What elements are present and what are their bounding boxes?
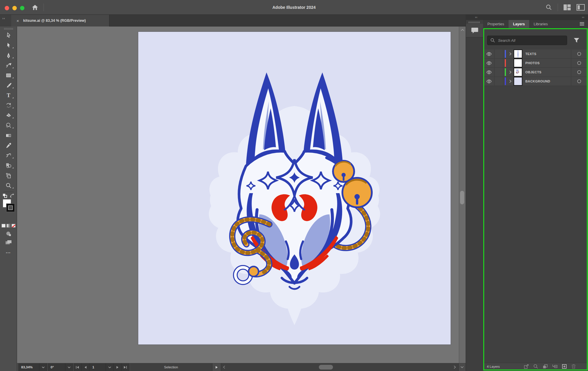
tab-libraries[interactable]: Libraries [529, 20, 552, 28]
toolbar-expand-strip[interactable]: ›› [0, 15, 11, 26]
artboard[interactable] [138, 32, 451, 344]
search-icon[interactable] [545, 4, 552, 11]
lock-toggle[interactable] [494, 77, 503, 86]
visibility-toggle[interactable] [484, 68, 494, 77]
comments-panel-button[interactable] [466, 24, 483, 37]
document-tab[interactable]: × kitsune.ai @ 83,34 % (RGB/Preview) [11, 15, 109, 26]
eye-icon [486, 80, 492, 83]
next-artboard-button[interactable] [114, 363, 121, 371]
none-fill-button[interactable] [11, 224, 16, 228]
visibility-toggle[interactable] [484, 77, 494, 86]
artboard-tool[interactable] [0, 170, 17, 180]
layer-name[interactable]: OBJECTS [525, 70, 542, 74]
curvature-tool[interactable] [0, 60, 17, 70]
rotation-dropdown[interactable] [65, 363, 73, 371]
layer-thumbnail[interactable] [514, 59, 522, 67]
pen-tool[interactable] [0, 50, 17, 60]
layer-name[interactable]: TEXTS [525, 52, 536, 56]
scroll-left-icon[interactable] [223, 365, 225, 369]
layer-name[interactable]: PHOTOS [525, 61, 540, 65]
target-circle[interactable] [571, 77, 587, 86]
rectangle-tool[interactable] [0, 70, 17, 80]
horizontal-scrollbar-thumb[interactable] [319, 365, 333, 370]
layer-thumbnail[interactable] [514, 68, 522, 77]
scroll-up-icon[interactable] [461, 29, 464, 31]
artboard-number-field[interactable]: 1 [89, 363, 106, 371]
locate-object-icon[interactable] [533, 364, 538, 369]
new-sublayer-icon[interactable] [552, 364, 557, 369]
target-circle[interactable] [571, 49, 587, 58]
lock-toggle[interactable] [494, 59, 503, 67]
layer-row-photos[interactable]: PHOTOS [484, 59, 587, 68]
selection-tool[interactable] [0, 30, 17, 40]
default-fill-stroke-icon[interactable] [3, 193, 7, 198]
filter-icon[interactable] [573, 37, 580, 44]
make-clipping-mask-icon[interactable] [543, 364, 548, 369]
swap-fill-stroke-icon[interactable] [10, 193, 14, 198]
zoom-level-field[interactable]: 83,34% [18, 363, 39, 371]
shape-builder-tool[interactable] [0, 160, 17, 170]
canvas-area[interactable] [17, 26, 459, 363]
expand-layer-icon[interactable] [508, 70, 513, 74]
close-document-icon[interactable]: × [16, 18, 19, 23]
collect-for-export-icon[interactable] [524, 364, 529, 369]
zoom-tool[interactable] [0, 180, 17, 191]
layer-name[interactable]: BACKGROUND [525, 80, 550, 83]
target-circle[interactable] [571, 59, 587, 67]
gradient-fill-button[interactable] [6, 224, 11, 228]
layer-row-texts[interactable]: TEXTS [484, 49, 587, 59]
artboard-dropdown[interactable] [106, 363, 114, 371]
expand-panels-icon[interactable]: ›› [582, 16, 584, 19]
gradient-tool[interactable] [0, 130, 17, 140]
lock-toggle[interactable] [494, 49, 503, 58]
rotate-tool[interactable] [0, 100, 17, 110]
toolbar-grip[interactable] [4, 28, 13, 30]
layer-row-objects[interactable]: OBJECTS [484, 68, 587, 77]
dock-grip[interactable] [469, 21, 480, 23]
more-tools-icon[interactable]: ••• [0, 251, 17, 254]
type-tool[interactable]: T [0, 90, 17, 100]
lock-toggle[interactable] [494, 68, 503, 77]
scroll-down-button[interactable] [459, 363, 466, 371]
status-bar: 83,34% 0° 1 Selection [17, 363, 466, 371]
color-fill-button[interactable] [1, 224, 6, 228]
last-artboard-button[interactable] [121, 363, 129, 371]
stroke-color-swatch[interactable] [6, 204, 14, 212]
status-options-icon[interactable] [212, 363, 221, 371]
eyedropper-tool[interactable] [0, 140, 17, 150]
tab-layers[interactable]: Layers [509, 20, 529, 28]
screen-mode-button[interactable] [0, 238, 17, 247]
layer-thumbnail[interactable] [514, 49, 522, 58]
expand-layer-icon[interactable] [508, 52, 513, 56]
panel-toggle-icon[interactable] [576, 4, 585, 11]
expand-layer-icon[interactable] [508, 80, 513, 83]
direct-selection-tool[interactable] [0, 40, 17, 50]
tab-properties[interactable]: Properties [483, 20, 509, 28]
new-layer-icon[interactable] [562, 364, 567, 369]
visibility-toggle[interactable] [484, 49, 494, 58]
layer-count: 4 Layers [487, 365, 500, 368]
vertical-scrollbar-thumb[interactable] [460, 191, 464, 204]
collapse-dock-icon[interactable]: ‹‹ [475, 16, 478, 19]
drawing-mode-button[interactable] [0, 229, 17, 238]
horizontal-scrollbar[interactable] [221, 363, 459, 371]
rotation-field[interactable]: 0° [48, 363, 65, 371]
eraser-tool[interactable] [0, 110, 17, 120]
layers-search-input[interactable] [497, 38, 560, 43]
layers-search-box[interactable] [487, 36, 567, 45]
status-display[interactable]: Selection [130, 363, 212, 371]
workspace-switcher-icon[interactable] [563, 4, 571, 11]
delete-layer-icon[interactable] [571, 364, 576, 369]
zoom-level-dropdown[interactable] [39, 363, 47, 371]
scroll-right-icon[interactable] [454, 365, 456, 369]
panel-menu-icon[interactable] [579, 22, 584, 26]
shaper-tool[interactable] [0, 120, 17, 130]
first-artboard-button[interactable] [74, 363, 81, 371]
paintbrush-tool[interactable] [0, 80, 17, 90]
visibility-toggle[interactable] [484, 59, 494, 67]
layer-thumbnail[interactable] [514, 77, 522, 86]
target-circle[interactable] [571, 68, 587, 77]
width-tool[interactable] [0, 150, 17, 160]
layer-row-background[interactable]: BACKGROUND [484, 77, 587, 86]
previous-artboard-button[interactable] [81, 363, 89, 371]
